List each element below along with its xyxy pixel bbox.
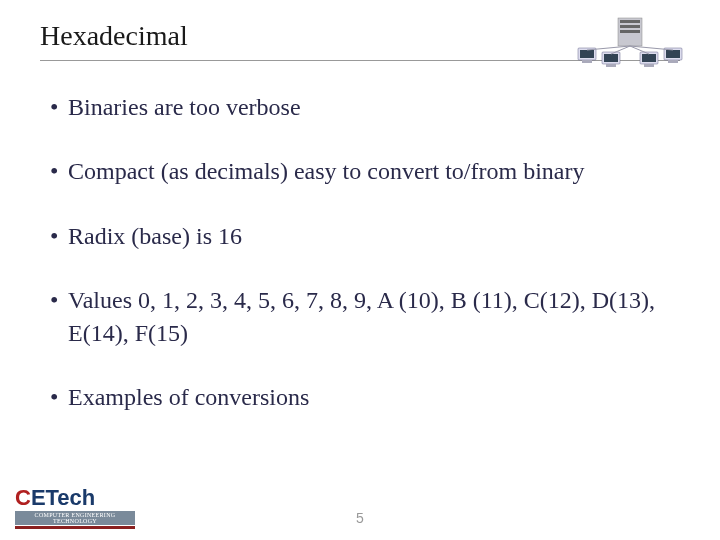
svg-rect-2: [620, 25, 640, 28]
cetech-logo: CETech COMPUTER ENGINEERING TECHNOLOGY: [15, 485, 145, 530]
bullet-item: Compact (as decimals) easy to convert to…: [50, 155, 680, 187]
bullet-item: Values 0, 1, 2, 3, 4, 5, 6, 7, 8, 9, A (…: [50, 284, 680, 349]
svg-rect-5: [580, 50, 594, 58]
svg-rect-11: [642, 54, 656, 62]
svg-rect-8: [604, 54, 618, 62]
logo-text: CETech: [15, 485, 145, 511]
bullet-item: Examples of conversions: [50, 381, 680, 413]
bullet-item: Binaries are too verbose: [50, 91, 680, 123]
svg-rect-15: [668, 60, 678, 63]
svg-rect-6: [582, 60, 592, 63]
svg-rect-14: [666, 50, 680, 58]
slide: Hexadecimal Binaries are too verbose Com…: [0, 0, 720, 540]
logo-bar: [15, 526, 135, 529]
logo-rest: ETech: [31, 485, 95, 510]
svg-rect-9: [606, 64, 616, 67]
corner-decorative-image: [570, 10, 690, 70]
logo-letter-c: C: [15, 485, 31, 510]
bullet-list: Binaries are too verbose Compact (as dec…: [40, 91, 680, 413]
page-number: 5: [356, 510, 364, 526]
svg-rect-1: [620, 20, 640, 23]
logo-subtitle: COMPUTER ENGINEERING TECHNOLOGY: [15, 511, 135, 525]
svg-rect-3: [620, 30, 640, 33]
bullet-item: Radix (base) is 16: [50, 220, 680, 252]
svg-rect-12: [644, 64, 654, 67]
